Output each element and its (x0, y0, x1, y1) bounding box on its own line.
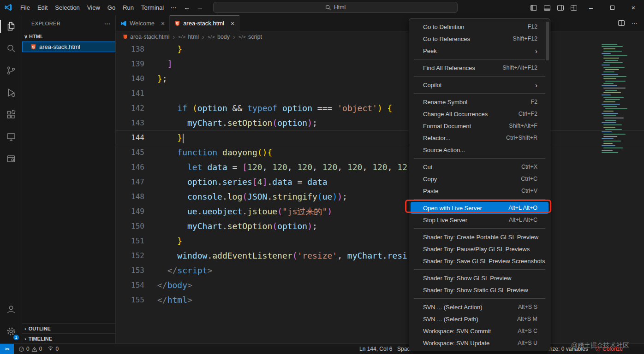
menu-item-peek[interactable]: Peek› (411, 45, 549, 57)
menu-item-go-to-definition[interactable]: Go to DefinitionF12 (411, 21, 549, 33)
settings-gear-icon[interactable]: 1 (0, 320, 22, 342)
toggle-secondary-sidebar-icon[interactable] (554, 0, 567, 15)
menu-item-find-all-references[interactable]: Find All ReferencesShift+Alt+F12 (411, 62, 549, 74)
code-line-143[interactable]: 143 myChart.setOption(option); (116, 116, 644, 130)
code-line-142[interactable]: 142 if (option && typeof option === 'obj… (116, 101, 644, 116)
code-line-147[interactable]: 147 option.series[4].data = data (116, 175, 644, 189)
code-editor[interactable]: 138 }139 ]140};141142 if (option && type… (116, 42, 644, 343)
code-line-138[interactable]: 138 } (116, 42, 644, 57)
menu-item-shader-toy-show-static-glsl-preview[interactable]: Shader Toy: Show Static GLSL Preview (411, 284, 549, 296)
search-view-icon[interactable] (0, 37, 22, 59)
menu-item-stop-live-server[interactable]: Stop Live ServerAlt+L Alt+C (411, 214, 549, 226)
command-center-search[interactable]: Html (213, 2, 458, 13)
remote-explorer-icon[interactable] (0, 126, 22, 148)
minimize-button[interactable]: – (580, 0, 602, 15)
menu-item-open-with-live-server[interactable]: Open with Live ServerAlt+L Alt+O (411, 202, 549, 214)
minimap-line (603, 118, 624, 118)
code-line-152[interactable]: 152 window.addEventListener('resize', my… (116, 248, 644, 263)
menu-item-format-document[interactable]: Format DocumentShift+Alt+F (411, 120, 549, 132)
menu-item-go-to-references[interactable]: Go to ReferencesShift+F12 (411, 33, 549, 45)
minimap-line (602, 44, 617, 45)
back-button[interactable]: ← (184, 4, 190, 11)
explorer-more-icon[interactable]: ⋯ (104, 20, 111, 27)
menu-go[interactable]: Go (104, 3, 119, 12)
file-item-area-stack[interactable]: area-stack.html (22, 41, 115, 52)
colorize-error-icon (595, 346, 601, 352)
breadcrumb-file[interactable]: area-stack.html (123, 34, 169, 40)
menu-item-rename-symbol[interactable]: Rename SymbolF2 (411, 96, 549, 108)
menu-item-refactor[interactable]: Refactor...Ctrl+Shift+R (411, 132, 549, 144)
menu-item-change-all-occurrences[interactable]: Change All OccurrencesCtrl+F2 (411, 108, 549, 120)
code-line-146[interactable]: 146 let data = [120, 120, 120, 120, 120,… (116, 160, 644, 175)
menu-item-copy[interactable]: CopyCtrl+C (411, 173, 549, 185)
menu-item-shader-toy-pause-play-glsl-previews[interactable]: Shader Toy: Pause/Play GLSL Previews (411, 243, 549, 255)
tab-welcome[interactable]: Welcome × (116, 15, 170, 31)
broadcast-icon (48, 346, 54, 352)
vscode-window: FileEditSelectionViewGoRunTerminal ⋯ ← →… (0, 0, 644, 354)
cursor-position[interactable]: Ln 144, Col 6 (359, 344, 392, 354)
menu-item-shader-toy-save-glsl-preview-screenshots[interactable]: Shader Toy: Save GLSL Preview Screenshot… (411, 255, 549, 267)
breadcrumb-script[interactable]: </> script (239, 34, 262, 40)
close-button[interactable]: × (623, 0, 644, 15)
menu-item-source-action[interactable]: Source Action... (411, 144, 549, 156)
extensions-icon[interactable] (0, 104, 22, 126)
live-preview-icon[interactable] (0, 148, 22, 170)
remote-indicator[interactable]: >< (0, 344, 14, 354)
forward-button[interactable]: → (197, 4, 203, 11)
html-file-icon (174, 20, 180, 27)
minimap[interactable] (599, 42, 641, 343)
more-menus-button[interactable]: ⋯ (167, 3, 179, 12)
menu-item-copilot[interactable]: Copilot› (411, 79, 549, 91)
menu-view[interactable]: View (83, 3, 104, 12)
code-line-139[interactable]: 139 ] (116, 57, 644, 71)
code-line-141[interactable]: 141 (116, 86, 644, 101)
menu-run[interactable]: Run (119, 3, 137, 12)
editor-more-icon[interactable]: ⋯ (632, 20, 638, 27)
code-line-151[interactable]: 151 } (116, 234, 644, 248)
menu-item-shader-toy-create-portable-glsl-preview[interactable]: Shader Toy: Create Portable GLSL Preview (411, 231, 549, 243)
ports-indicator[interactable]: 0 (48, 346, 59, 352)
menu-scrollbar-thumb[interactable] (546, 22, 549, 60)
tab-area-stack[interactable]: area-stack.html × (170, 15, 239, 31)
menu-item-svn-select-path[interactable]: SVN ... (Select Path)Alt+S M (411, 313, 549, 325)
menu-item-cut[interactable]: CutCtrl+X (411, 161, 549, 173)
split-editor-icon[interactable] (618, 19, 625, 27)
code-line-145[interactable]: 145 function daoyong(){ (116, 145, 644, 160)
folder-section-html[interactable]: ∨ HTML (22, 31, 115, 41)
menu-edit[interactable]: Edit (34, 3, 51, 12)
source-control-icon[interactable] (0, 59, 22, 82)
customize-layout-icon[interactable] (567, 0, 580, 15)
code-line-144[interactable]: 144 } (116, 130, 644, 145)
code-line-148[interactable]: 148 console.log(JSON.stringify(ue)); (116, 189, 644, 204)
code-line-140[interactable]: 140}; (116, 71, 644, 86)
menu-item-workspace-svn-commit[interactable]: Workspace: SVN CommitAlt+S C (411, 325, 549, 337)
toggle-panel-icon[interactable] (540, 0, 554, 15)
menu-file[interactable]: File (17, 3, 34, 12)
maximize-button[interactable] (602, 0, 623, 15)
close-tab-icon[interactable]: × (231, 20, 234, 27)
menu-item-paste[interactable]: PasteCtrl+V (411, 185, 549, 197)
breadcrumb-body[interactable]: </> body (208, 34, 230, 40)
code-line-154[interactable]: 154</body> (116, 278, 644, 293)
chevron-right-icon: › (233, 33, 235, 41)
breadcrumb-html[interactable]: </> html (178, 34, 199, 40)
code-line-150[interactable]: 150 myChart.setOption(option); (116, 219, 644, 234)
code-line-149[interactable]: 149 ue.ueobject.jstoue("js过来的") (116, 204, 644, 219)
line-content: function daoyong(){ (157, 145, 272, 160)
menu-item-workspace-svn-update[interactable]: Workspace: SVN UpdateAlt+S U (411, 337, 549, 349)
code-line-155[interactable]: 155</html> (116, 293, 644, 307)
code-line-153[interactable]: 153 </script> (116, 263, 644, 278)
toggle-sidebar-icon[interactable] (527, 0, 540, 15)
colorize-status[interactable]: Colorize (595, 344, 623, 354)
menu-selection[interactable]: Selection (51, 3, 83, 12)
timeline-section-header[interactable]: › TIMELINE (22, 333, 115, 343)
menu-item-shader-toy-show-glsl-preview[interactable]: Shader Toy: Show GLSL Preview (411, 272, 549, 284)
close-tab-icon[interactable]: × (161, 20, 165, 27)
problems-indicator[interactable]: 0 0 (18, 346, 42, 352)
explorer-icon[interactable] (0, 15, 22, 37)
run-debug-icon[interactable] (0, 82, 22, 104)
menu-terminal[interactable]: Terminal (137, 3, 167, 12)
menu-item-svn-select-action[interactable]: SVN ... (Select Action)Alt+S S (411, 301, 549, 313)
outline-section-header[interactable]: › OUTLINE (22, 323, 115, 333)
accounts-icon[interactable] (0, 298, 22, 320)
